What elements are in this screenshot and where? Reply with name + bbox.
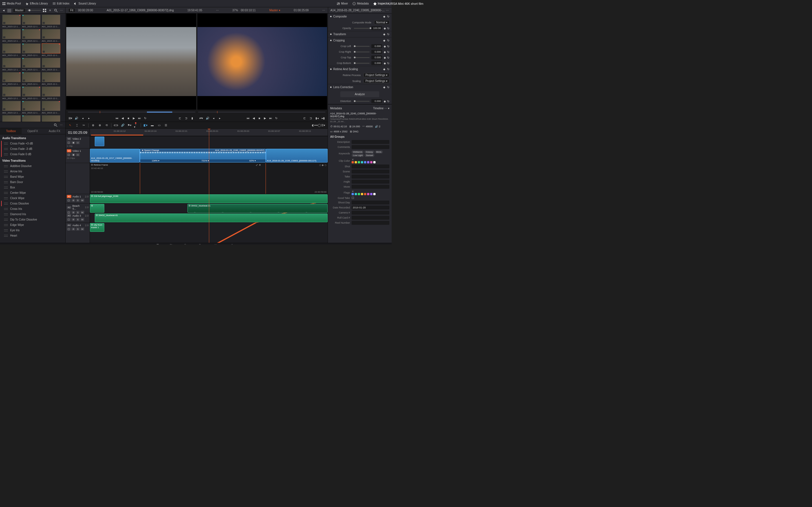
zoom-percent[interactable]: 37%	[232, 9, 238, 12]
clip-thumb[interactable]: A01_2015-12-17_2...	[22, 87, 41, 100]
metadata-input[interactable]	[352, 140, 389, 144]
tl-goto-out-icon[interactable]: ▸▮	[321, 116, 325, 120]
fx-item[interactable]: Cross Dissolve	[0, 201, 65, 206]
link-icon[interactable]: 🔗	[120, 123, 125, 127]
overwrite-icon[interactable]: ⊗	[98, 123, 102, 127]
tl-first-icon[interactable]: ⏮	[246, 116, 250, 120]
source-scrubber[interactable]	[68, 112, 195, 113]
list-view2-icon[interactable]: ≡	[48, 8, 52, 12]
tl-prev-edit-icon[interactable]: ◂	[211, 116, 216, 120]
color-swatch[interactable]	[361, 161, 363, 163]
color-swatch[interactable]	[367, 161, 369, 163]
tl-volume-icon[interactable]: 🔊	[205, 116, 210, 120]
list-view-icon[interactable]	[7, 8, 11, 12]
metadata-input[interactable]	[352, 165, 389, 168]
clip-thumb[interactable]: A01_2015-12-17_1...	[42, 72, 60, 86]
checkbox[interactable]: ☐	[352, 196, 354, 200]
inspector-value[interactable]: 0.000	[371, 61, 382, 65]
keyword-tag[interactable]: Low Light	[352, 154, 364, 157]
menu-sound-library[interactable]: Sound Library	[74, 2, 96, 5]
keyframe-icon[interactable]: ◆	[384, 50, 386, 54]
menu-mixer[interactable]: Mixer	[337, 2, 348, 5]
flag-swatch[interactable]	[361, 193, 363, 195]
fx-item[interactable]: Additive Dissolve	[0, 163, 65, 169]
metadata-input[interactable]	[352, 201, 389, 205]
metadata-input[interactable]	[352, 185, 389, 189]
inspector-options-icon[interactable]: ⋯	[386, 8, 389, 12]
src-play-icon[interactable]: ▶	[132, 116, 136, 120]
inspector-value[interactable]: 0.000	[371, 55, 382, 59]
timeline-name[interactable]: Master ▾	[269, 9, 280, 12]
fx-item[interactable]: Cross Fade +3 dB	[0, 141, 65, 146]
audio-view-icon[interactable]: ▭	[157, 123, 161, 127]
flag-swatch[interactable]	[364, 193, 366, 195]
clip-thumb[interactable]: A01_2015-12-17_1...	[22, 72, 41, 86]
audio-track-header[interactable]: A1Audio 12.0▢⊘SM	[66, 194, 90, 203]
keyword-tag[interactable]: Birds	[375, 151, 383, 154]
clip-view-icon[interactable]: ▬	[150, 123, 154, 127]
flag-swatch[interactable]	[367, 193, 369, 195]
menu-edit-index[interactable]: Edit Index	[52, 2, 69, 5]
back-icon[interactable]: ◄	[2, 8, 6, 12]
clip-thumb[interactable]: A01_2015-12-17_1...	[2, 43, 21, 57]
inspector-slider[interactable]	[354, 28, 370, 29]
fx-search-icon[interactable]	[54, 123, 57, 127]
select-tool-icon[interactable]: ↖	[68, 123, 72, 127]
keyframe-icon[interactable]: ◆	[384, 45, 386, 48]
reset-icon[interactable]: ↻	[387, 50, 389, 54]
video-track-header[interactable]: V1Video 1▢◉▭20 Clips	[66, 148, 90, 163]
clip-thumb[interactable]: A01_2015-12-17_1...	[2, 58, 21, 71]
clip-thumb[interactable]: A01_2015-12-17_1...	[2, 72, 21, 86]
fx-item[interactable]: Clock Wipe	[0, 195, 65, 201]
color-swatch[interactable]	[370, 161, 372, 163]
analyze-button[interactable]: Analyze	[340, 91, 379, 97]
replace-icon[interactable]: ⟲	[104, 123, 109, 127]
clip-thumb[interactable]: A01_2015-12-17_2...	[2, 87, 21, 100]
src-first-icon[interactable]: ⏮	[115, 116, 119, 120]
clip-thumb[interactable]	[22, 115, 41, 122]
src-prev-edit-icon[interactable]: ◂	[80, 116, 85, 120]
reset-icon[interactable]: ↻	[387, 27, 389, 30]
fx-item[interactable]: Edge Wipe	[0, 222, 65, 228]
reset-icon[interactable]: ↻	[387, 39, 389, 42]
fx-tab[interactable]: Toolbox	[0, 128, 22, 134]
src-in-icon[interactable]: ⊏	[177, 116, 182, 120]
fx-item[interactable]: Center Wipe	[0, 190, 65, 195]
inspector-slider[interactable]	[354, 101, 370, 102]
metadata-input[interactable]	[352, 216, 389, 220]
page-nav-fairlight[interactable]: 〰Fairlight	[212, 243, 221, 244]
color-swatch[interactable]	[355, 161, 357, 163]
clip-thumb[interactable]: A01_2015-12-17_2...	[42, 101, 60, 114]
trim-tool-icon[interactable]: ⌶	[75, 123, 79, 127]
src-volume-icon[interactable]: 🔊	[74, 116, 79, 120]
tl-in-icon[interactable]: ⊏	[302, 116, 307, 120]
fx-tab[interactable]: Audio FX	[44, 128, 65, 134]
reset-icon[interactable]: ↻	[387, 56, 389, 59]
thumb-view-icon[interactable]	[43, 8, 47, 12]
reset-icon[interactable]: ↻	[387, 86, 389, 89]
metadata-group[interactable]: All Groups	[328, 134, 392, 139]
reset-icon[interactable]: ↻	[387, 68, 389, 71]
fx-item[interactable]: Band Wipe	[0, 174, 65, 179]
fx-item[interactable]: Box	[0, 185, 65, 190]
src-next-edit-icon[interactable]: ▸	[87, 116, 91, 120]
color-swatch[interactable]	[364, 161, 366, 163]
inspector-section-header[interactable]: Cropping◆↻	[328, 38, 392, 43]
timeline-viewer[interactable]	[197, 13, 327, 110]
clip-thumb[interactable]: A01_2015-12-17_1...	[2, 29, 21, 42]
audio-track-header[interactable]: A4Audio 42.0▢⊘SM	[66, 223, 90, 232]
menu-metadata[interactable]: iMetadata	[352, 2, 369, 5]
inspector-select[interactable]: Project Settings ▾	[363, 73, 389, 77]
fx-tab[interactable]: OpenFX	[22, 128, 43, 134]
page-nav-edit[interactable]: ✂Edit	[170, 243, 174, 244]
clip-thumb[interactable]: A01_2015-12-12_1...	[42, 43, 60, 57]
clip-thumb[interactable]: A01_2015-12-17_1...	[22, 58, 41, 71]
reset-icon[interactable]: ↻	[387, 100, 389, 103]
color-swatch[interactable]	[352, 161, 354, 163]
page-nav-color[interactable]: ◉Color	[198, 243, 204, 244]
fx-item[interactable]: Cross Fade 0 dB	[0, 152, 65, 157]
metadata-input[interactable]: 2016-01-28	[352, 206, 389, 210]
video-clip[interactable]: A14_2016-01-28_2155_C0003_[000000-001127…	[266, 149, 327, 163]
bin-selector[interactable]: Master	[13, 8, 26, 12]
metadata-input[interactable]	[352, 211, 389, 215]
